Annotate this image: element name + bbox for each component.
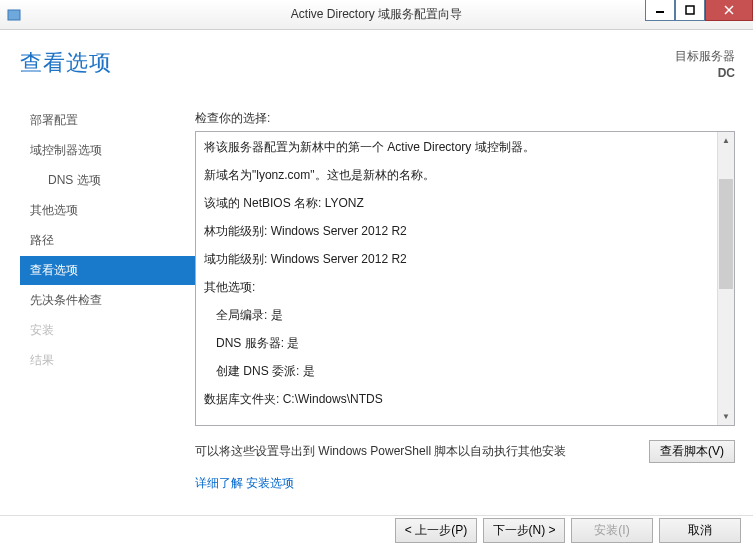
titlebar: Active Directory 域服务配置向导 [0,0,753,30]
scroll-down-icon[interactable]: ▼ [718,408,734,425]
nav-dc-options[interactable]: 域控制器选项 [20,136,195,165]
review-line: 创建 DNS 委派: 是 [204,362,709,380]
nav-install: 安装 [20,316,195,345]
nav-dns-options[interactable]: DNS 选项 [20,166,195,195]
target-name: DC [195,65,735,82]
review-line: DNS 服务器: 是 [204,334,709,352]
nav-paths[interactable]: 路径 [20,226,195,255]
export-row: 可以将这些设置导出到 Windows PowerShell 脚本以自动执行其他安… [195,440,735,463]
nav-review-options[interactable]: 查看选项 [20,256,195,285]
review-line: 将该服务器配置为新林中的第一个 Active Directory 域控制器。 [204,138,709,156]
svg-rect-2 [686,6,694,14]
sidebar: 查看选项 部署配置 域控制器选项 DNS 选项 其他选项 路径 查看选项 先决条… [0,30,195,545]
target-label: 目标服务器 [195,48,735,65]
nav-prereq-check[interactable]: 先决条件检查 [20,286,195,315]
svg-rect-0 [8,10,20,20]
review-line: 其他选项: [204,278,709,296]
review-line: 域功能级别: Windows Server 2012 R2 [204,250,709,268]
nav-results: 结果 [20,346,195,375]
scroll-thumb[interactable] [719,179,733,289]
scrollbar[interactable]: ▲ ▼ [717,132,734,425]
nav-additional-options[interactable]: 其他选项 [20,196,195,225]
install-button: 安装(I) [571,518,653,543]
next-button[interactable]: 下一步(N) > [483,518,565,543]
learn-more-link[interactable]: 详细了解 安装选项 [195,475,735,492]
scroll-track[interactable] [718,149,734,408]
review-line: 该域的 NetBIOS 名称: LYONZ [204,194,709,212]
export-text: 可以将这些设置导出到 Windows PowerShell 脚本以自动执行其他安… [195,443,639,460]
close-button[interactable] [705,0,753,21]
review-line: 新域名为"lyonz.com"。这也是新林的名称。 [204,166,709,184]
target-server: 目标服务器 DC [195,48,735,82]
review-text[interactable]: 将该服务器配置为新林中的第一个 Active Directory 域控制器。 新… [196,132,717,425]
prev-button[interactable]: < 上一步(P) [395,518,477,543]
nav-deploy-config[interactable]: 部署配置 [20,106,195,135]
main-panel: 目标服务器 DC 检查你的选择: 将该服务器配置为新林中的第一个 Active … [195,30,753,545]
review-line: 数据库文件夹: C:\Windows\NTDS [204,390,709,408]
review-box: 将该服务器配置为新林中的第一个 Active Directory 域控制器。 新… [195,131,735,426]
window-title: Active Directory 域服务配置向导 [0,6,753,23]
page-title: 查看选项 [20,48,195,78]
review-line: 林功能级别: Windows Server 2012 R2 [204,222,709,240]
footer: < 上一步(P) 下一步(N) > 安装(I) 取消 [0,515,753,545]
review-heading: 检查你的选择: [195,110,735,127]
minimize-button[interactable] [645,0,675,21]
app-icon [0,0,28,29]
maximize-button[interactable] [675,0,705,21]
scroll-up-icon[interactable]: ▲ [718,132,734,149]
view-script-button[interactable]: 查看脚本(V) [649,440,735,463]
cancel-button[interactable]: 取消 [659,518,741,543]
window-buttons [645,0,753,29]
review-line: 全局编录: 是 [204,306,709,324]
